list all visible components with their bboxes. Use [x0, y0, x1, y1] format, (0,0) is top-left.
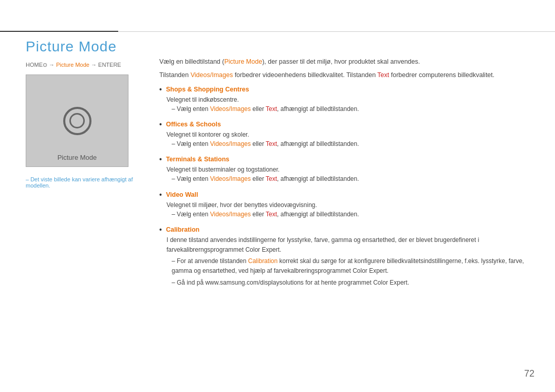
section-shops: • Shops & Shopping Centres Velegnet til … [159, 85, 534, 114]
section-terminals-desc: Velegnet til busterminaler og togstation… [166, 165, 534, 174]
section-terminals: • Terminals & Stations Velegnet til bust… [159, 155, 534, 184]
section-offices-sub: Vælg enten Videos/Images eller Text, afh… [172, 139, 534, 149]
section-videowall-title: • Video Wall [159, 191, 534, 199]
section-offices-desc: Velegnet til kontorer og skoler. [166, 130, 534, 139]
intro-line1: Vælg en billedtilstand (Picture Mode), d… [159, 57, 534, 67]
bullet-calibration: • [159, 226, 162, 234]
section-videowall: • Video Wall Velegnet til miljøer, hvor … [159, 191, 534, 219]
breadcrumb: HOME⊙ → Picture Mode → ENTERE [26, 62, 144, 68]
right-panel: Vælg en billedtilstand (Picture Mode), d… [159, 57, 534, 294]
section-calibration: • Calibration I denne tilstand anvendes … [159, 226, 534, 288]
top-bar-dark [0, 31, 118, 32]
breadcrumb-link: Picture Mode [56, 62, 89, 68]
bullet-offices: • [159, 120, 162, 128]
top-bar-light [118, 31, 555, 32]
section-shops-title: • Shops & Shopping Centres [159, 85, 534, 94]
section-offices-title: • Offices & Schools [159, 120, 534, 128]
camera-inner-circle [69, 113, 85, 128]
section-calibration-title: • Calibration [159, 226, 534, 234]
section-videowall-desc: Velegnet til miljøer, hvor der benyttes … [166, 200, 534, 210]
section-offices: • Offices & Schools Velegnet til kontore… [159, 120, 534, 149]
bullet-videowall: • [159, 191, 162, 199]
intro-line2: Tilstanden Videos/Images forbedrer video… [159, 70, 534, 80]
caption-text: – Det viste billede kan variere afhængig… [26, 176, 144, 189]
camera-icon [63, 107, 91, 135]
page-number: 72 [524, 368, 534, 379]
top-bar [0, 31, 555, 32]
left-panel: HOME⊙ → Picture Mode → ENTERE Picture Mo… [26, 62, 144, 189]
section-list: • Shops & Shopping Centres Velegnet til … [159, 85, 534, 288]
section-terminals-title: • Terminals & Stations [159, 155, 534, 163]
section-calibration-sub1: For at anvende tilstanden Calibration ko… [172, 256, 534, 276]
section-calibration-desc: I denne tilstand anvendes indstillingern… [166, 235, 534, 255]
page-title: Picture Mode [26, 39, 117, 55]
section-calibration-sub2: Gå ind på www.samsung.com/displaysolutio… [172, 278, 534, 288]
bullet-terminals: • [159, 155, 162, 163]
section-videowall-sub: Vælg enten Videos/Images eller Text, afh… [172, 210, 534, 219]
section-shops-desc: Velegnet til indkøbscentre. [166, 95, 534, 104]
section-terminals-sub: Vælg enten Videos/Images eller Text, afh… [172, 174, 534, 184]
preview-label: Picture Mode [58, 154, 97, 161]
section-shops-sub: Vælg enten Videos/Images eller Text, afh… [172, 104, 534, 114]
preview-box: Picture Mode [26, 74, 128, 167]
bullet-shops: • [159, 85, 162, 94]
